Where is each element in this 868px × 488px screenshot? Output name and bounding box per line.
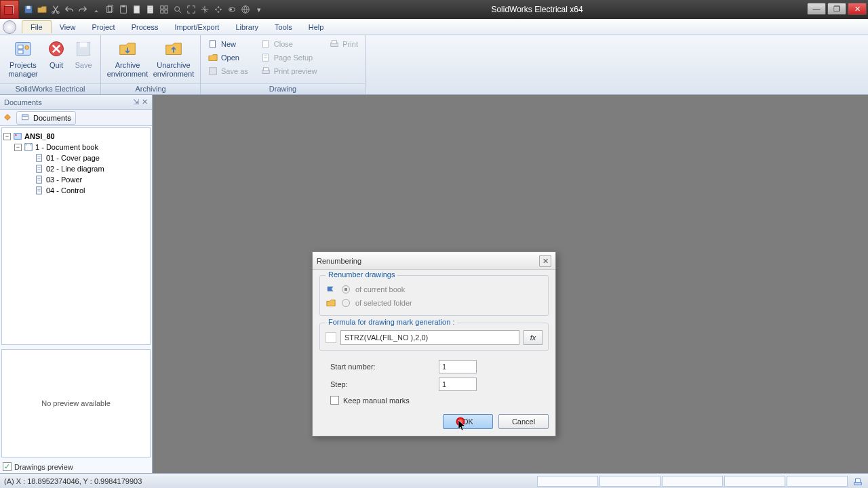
qat-doc-icon[interactable]	[145, 4, 156, 15]
radio-current-book[interactable]: of current book	[326, 283, 542, 296]
tree-item[interactable]: 03 - Power	[3, 174, 149, 185]
svg-rect-36	[22, 115, 28, 116]
qat-grid-icon[interactable]	[159, 4, 170, 15]
close-button[interactable]: ✕	[848, 3, 867, 15]
tree-root[interactable]: − ANSI_80	[3, 131, 149, 142]
keep-manual-row[interactable]: Keep manual marks	[319, 393, 549, 405]
documents-tree[interactable]: − ANSI_80 − 1 - Document book 01 - Cover…	[1, 127, 151, 345]
qat-copy-icon[interactable]	[104, 4, 115, 15]
qat-toggle-icon[interactable]	[226, 4, 237, 15]
tree-item[interactable]: 04 - Control	[3, 185, 149, 196]
qat-new-icon[interactable]	[132, 4, 142, 15]
svg-rect-40	[37, 155, 42, 162]
qat-arrows-icon[interactable]	[213, 4, 224, 15]
dialog-titlebar[interactable]: Renumbering ✕	[313, 252, 555, 270]
minimize-button[interactable]: —	[807, 3, 826, 15]
svg-rect-21	[18, 45, 24, 49]
new-icon	[208, 39, 218, 49]
menu-tools[interactable]: Tools	[267, 21, 300, 33]
svg-rect-42	[37, 176, 42, 184]
qat-globe-icon[interactable]	[240, 4, 251, 15]
cancel-button[interactable]: Cancel	[498, 414, 549, 429]
qat-axis-icon[interactable]	[199, 4, 210, 15]
menu-import-export[interactable]: Import/Export	[166, 21, 227, 33]
menu-library[interactable]: Library	[227, 21, 267, 33]
radio-icon[interactable]	[342, 285, 350, 293]
unarchive-icon	[163, 38, 184, 60]
unarchive-label: Unarchive environment	[153, 61, 195, 79]
documents-tab-label: Documents	[33, 114, 71, 122]
tree-collapse-icon[interactable]: −	[14, 144, 22, 151]
book-icon	[24, 142, 33, 152]
app-menu-button[interactable]	[3, 20, 16, 34]
status-tray-icon[interactable]	[852, 476, 864, 487]
tree-book[interactable]: − 1 - Document book	[3, 142, 149, 152]
qat-dropdown-icon[interactable]: ▾	[254, 4, 264, 15]
pagesetup-button[interactable]: Page Setup	[258, 52, 320, 64]
qat-fit-icon[interactable]	[186, 4, 197, 15]
fx-button[interactable]: fx	[524, 330, 542, 345]
cursor-icon	[458, 420, 467, 431]
ribbon-group-drawing: New Open Save as Close Page Setup Print …	[201, 35, 366, 94]
qat-save-icon[interactable]	[23, 4, 34, 15]
keep-manual-checkbox[interactable]	[330, 396, 339, 405]
panel-pin-icon[interactable]: ⇲	[133, 98, 139, 106]
folder-icon	[326, 298, 336, 308]
radio-selected-folder-label: of selected folder	[355, 299, 412, 307]
panel-nav-icon[interactable]	[3, 113, 12, 123]
qat-redo-icon[interactable]	[77, 4, 88, 15]
saveas-button[interactable]: Save as	[205, 65, 251, 77]
dialog-close-button[interactable]: ✕	[539, 255, 551, 267]
radio-icon[interactable]	[342, 299, 350, 307]
qat-undo-icon[interactable]	[64, 4, 75, 15]
tree-collapse-icon[interactable]: −	[3, 133, 11, 140]
printpreview-button[interactable]: Print preview	[258, 65, 320, 77]
ok-button[interactable]: OK	[443, 414, 493, 429]
saveas-icon	[208, 66, 218, 77]
preview-checkbox-row[interactable]: ✓ Drawings preview	[0, 460, 152, 473]
ribbon-group-solidworks: Projects manager Quit Save SolidWorks El…	[0, 35, 101, 94]
tree-book-label: 1 - Document book	[35, 143, 98, 151]
menu-process[interactable]: Process	[123, 21, 167, 33]
documents-panel-header: Documents ⇲ ✕	[0, 95, 152, 110]
open-button[interactable]: Open	[205, 52, 251, 64]
tree-root-label: ANSI_80	[24, 132, 55, 140]
qat-pin-icon[interactable]	[91, 4, 102, 15]
step-input[interactable]	[439, 378, 477, 391]
ribbon-group-label-drawing: Drawing	[201, 83, 365, 94]
archive-label: Archive environment	[107, 61, 149, 79]
projects-icon	[12, 38, 34, 60]
archive-button[interactable]: Archive environment	[105, 37, 150, 80]
save-button[interactable]: Save	[71, 37, 96, 71]
tree-item[interactable]: 01 - Cover page	[3, 152, 149, 163]
drawing-icon	[35, 164, 44, 174]
documents-tab[interactable]: Documents	[16, 111, 76, 125]
maximize-button[interactable]: ❐	[827, 3, 846, 15]
preview-checkbox[interactable]: ✓	[3, 462, 12, 471]
svg-rect-29	[262, 41, 268, 48]
unarchive-button[interactable]: Unarchive environment	[151, 37, 196, 80]
menu-view[interactable]: View	[52, 21, 84, 33]
new-button[interactable]: New	[205, 38, 251, 50]
quit-icon	[45, 38, 67, 60]
qat-cut-icon[interactable]	[50, 4, 61, 15]
svg-rect-43	[37, 187, 42, 195]
tree-item[interactable]: 02 - Line diagram	[3, 163, 149, 174]
radio-selected-folder[interactable]: of selected folder	[326, 296, 542, 310]
quit-button[interactable]: Quit	[43, 37, 69, 71]
start-number-row: Start number:	[319, 358, 549, 375]
projects-manager-button[interactable]: Projects manager	[4, 37, 42, 80]
qat-paste-icon[interactable]	[118, 4, 129, 15]
qat-open-icon[interactable]	[37, 4, 47, 15]
quick-access-toolbar: ▾	[19, 4, 269, 15]
start-number-input[interactable]	[439, 360, 477, 373]
close-drawing-button[interactable]: Close	[258, 38, 320, 50]
formula-input[interactable]	[340, 330, 519, 345]
qat-zoom-icon[interactable]	[172, 4, 183, 15]
menu-file[interactable]: File	[22, 20, 52, 33]
print-button[interactable]: Print	[326, 38, 361, 50]
menu-help[interactable]: Help	[300, 21, 332, 33]
step-row: Step:	[319, 375, 549, 393]
menu-project[interactable]: Project	[83, 21, 123, 33]
panel-close-icon[interactable]: ✕	[142, 98, 148, 106]
